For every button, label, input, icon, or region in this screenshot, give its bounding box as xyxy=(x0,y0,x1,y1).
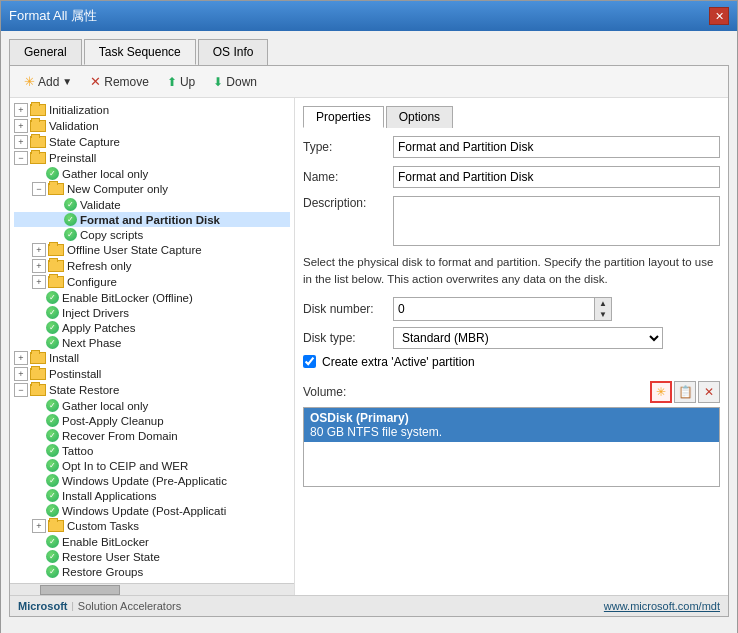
close-button[interactable]: ✕ xyxy=(709,7,729,25)
tree-item[interactable]: ✓Windows Update (Post-Applicati xyxy=(14,503,290,518)
tree-item[interactable]: +Custom Tasks xyxy=(14,518,290,534)
add-button[interactable]: ✳ Add ▼ xyxy=(16,70,80,93)
tree-item-label: Postinstall xyxy=(49,368,101,380)
tree-item[interactable]: ✓Restore Groups xyxy=(14,564,290,579)
check-icon: ✓ xyxy=(46,321,59,334)
prop-tab-properties[interactable]: Properties xyxy=(303,106,384,128)
active-partition-checkbox[interactable] xyxy=(303,355,316,368)
description-textarea[interactable] xyxy=(393,196,720,246)
title-bar: Format All 属性 ✕ xyxy=(1,1,737,31)
horizontal-scrollbar[interactable] xyxy=(10,583,294,595)
tab-task-sequence[interactable]: Task Sequence xyxy=(84,39,196,65)
folder-icon xyxy=(48,260,64,272)
tree-item[interactable]: ✓Gather local only xyxy=(14,166,290,181)
volume-label: Volume: xyxy=(303,385,346,399)
spin-down-button[interactable]: ▼ xyxy=(595,309,611,320)
tree-item[interactable]: ✓Format and Partition Disk xyxy=(14,212,290,227)
check-icon: ✓ xyxy=(46,429,59,442)
separator: | xyxy=(72,601,74,611)
volume-delete-button[interactable]: ✕ xyxy=(698,381,720,403)
tree-item-label: Windows Update (Post-Applicati xyxy=(62,505,226,517)
tree-item-label: Opt In to CEIP and WER xyxy=(62,460,188,472)
remove-button[interactable]: ✕ Remove xyxy=(82,70,157,93)
tree-item[interactable]: +Offline User State Capture xyxy=(14,242,290,258)
check-icon: ✓ xyxy=(46,336,59,349)
volume-item[interactable]: OSDisk (Primary)80 GB NTFS file system. xyxy=(304,408,719,442)
volume-list[interactable]: OSDisk (Primary)80 GB NTFS file system. xyxy=(303,407,720,487)
tree-item-label: Restore Groups xyxy=(62,566,143,578)
expand-icon[interactable]: + xyxy=(14,119,28,133)
tree-item[interactable]: ✓Gather local only xyxy=(14,398,290,413)
tree-item[interactable]: ✓Restore User State xyxy=(14,549,290,564)
prop-tabs: Properties Options xyxy=(303,106,720,128)
add-star-icon: ✳ xyxy=(24,74,35,89)
down-label: Down xyxy=(226,75,257,89)
expand-icon[interactable]: + xyxy=(14,367,28,381)
tree-item[interactable]: −New Computer only xyxy=(14,181,290,197)
up-button[interactable]: ⬆ Up xyxy=(159,71,203,93)
expand-icon[interactable]: + xyxy=(32,275,46,289)
disk-number-input[interactable] xyxy=(394,298,594,320)
tree-item[interactable]: ✓Copy scripts xyxy=(14,227,290,242)
spin-up-button[interactable]: ▲ xyxy=(595,298,611,309)
check-icon: ✓ xyxy=(46,444,59,457)
tree-item[interactable]: ✓Inject Drivers xyxy=(14,305,290,320)
scrollbar-thumb[interactable] xyxy=(40,585,120,595)
disk-type-select[interactable]: Standard (MBR) GPT xyxy=(393,327,663,349)
tree-item[interactable]: +Refresh only xyxy=(14,258,290,274)
prop-tab-options[interactable]: Options xyxy=(386,106,453,128)
tree-item[interactable]: ✓Next Phase xyxy=(14,335,290,350)
tree-item-label: Install Applications xyxy=(62,490,157,502)
tab-general[interactable]: General xyxy=(9,39,82,65)
expand-icon[interactable]: − xyxy=(14,383,28,397)
down-button[interactable]: ⬇ Down xyxy=(205,71,265,93)
tree-item-label: State Restore xyxy=(49,384,119,396)
ms-link[interactable]: www.microsoft.com/mdt xyxy=(604,600,720,612)
tree-item[interactable]: ✓Opt In to CEIP and WER xyxy=(14,458,290,473)
expand-icon[interactable]: − xyxy=(32,182,46,196)
expand-icon[interactable]: + xyxy=(14,103,28,117)
check-icon: ✓ xyxy=(46,504,59,517)
folder-icon xyxy=(30,136,46,148)
tree-item[interactable]: +Postinstall xyxy=(14,366,290,382)
tree-item[interactable]: ✓Enable BitLocker xyxy=(14,534,290,549)
expand-icon[interactable]: + xyxy=(32,243,46,257)
title-bar-buttons: ✕ xyxy=(709,7,729,25)
volume-edit-button[interactable]: 📋 xyxy=(674,381,696,403)
tree-item[interactable]: ✓Apply Patches xyxy=(14,320,290,335)
tree-item[interactable]: ✓Install Applications xyxy=(14,488,290,503)
tree-item[interactable]: ✓Post-Apply Cleanup xyxy=(14,413,290,428)
tab-os-info[interactable]: OS Info xyxy=(198,39,269,65)
volume-add-icon: ✳ xyxy=(656,385,666,399)
tree-container[interactable]: +Initialization+Validation+State Capture… xyxy=(10,98,294,583)
tree-item[interactable]: ✓Windows Update (Pre-Applicatic xyxy=(14,473,290,488)
tree-item[interactable]: −State Restore xyxy=(14,382,290,398)
tree-item[interactable]: ✓Tattoo xyxy=(14,443,290,458)
volume-add-button[interactable]: ✳ xyxy=(650,381,672,403)
tree-item[interactable]: +Validation xyxy=(14,118,290,134)
expand-icon[interactable]: − xyxy=(14,151,28,165)
name-input[interactable] xyxy=(393,166,720,188)
tree-item-label: Gather local only xyxy=(62,168,148,180)
toolbar: ✳ Add ▼ ✕ Remove ⬆ Up ⬇ Down xyxy=(10,66,728,98)
tree-item[interactable]: +Install xyxy=(14,350,290,366)
tree-item[interactable]: −Preinstall xyxy=(14,150,290,166)
tree-item[interactable]: ✓Validate xyxy=(14,197,290,212)
tree-item-label: Initialization xyxy=(49,104,109,116)
tree-item[interactable]: +Configure xyxy=(14,274,290,290)
type-label: Type: xyxy=(303,140,393,154)
tree-item[interactable]: +State Capture xyxy=(14,134,290,150)
tree-item[interactable]: ✓Enable BitLocker (Offline) xyxy=(14,290,290,305)
folder-icon xyxy=(30,368,46,380)
expand-icon[interactable]: + xyxy=(14,351,28,365)
tree-item[interactable]: ✓Recover From Domain xyxy=(14,428,290,443)
expand-icon[interactable]: + xyxy=(32,519,46,533)
expand-icon[interactable]: + xyxy=(32,259,46,273)
remove-icon: ✕ xyxy=(90,74,101,89)
check-icon: ✓ xyxy=(64,198,77,211)
tree-item[interactable]: +Initialization xyxy=(14,102,290,118)
tree-item-label: Tattoo xyxy=(62,445,93,457)
name-label: Name: xyxy=(303,170,393,184)
type-input[interactable] xyxy=(393,136,720,158)
expand-icon[interactable]: + xyxy=(14,135,28,149)
